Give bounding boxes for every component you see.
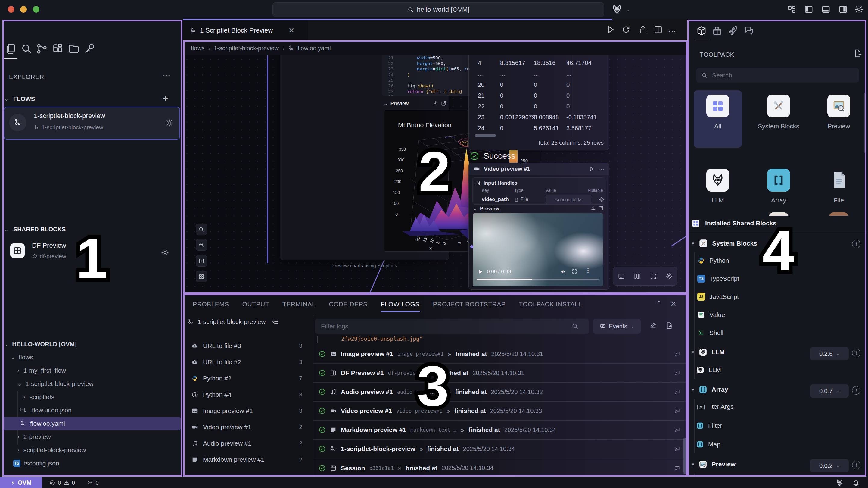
video-preview-node[interactable]: Video preview #1 ⋯ Input Handles Key Typ… <box>468 163 609 290</box>
node-more-icon[interactable]: ⋯ <box>598 165 605 173</box>
folder-icon[interactable] <box>68 43 80 55</box>
ovm-badge[interactable]: OVM <box>0 477 42 488</box>
comment-icon[interactable] <box>674 446 680 452</box>
block-filter[interactable]: Filter <box>696 422 722 430</box>
array-version-dropdown[interactable]: 0.0.7⌄ <box>810 384 849 398</box>
search-icon[interactable] <box>21 43 32 55</box>
handle-value-field[interactable]: <connected> <box>546 195 591 204</box>
tree-item-1-my-first-flow[interactable]: ›1-my_first_flow <box>0 364 183 377</box>
add-flow-button[interactable]: + <box>162 93 168 104</box>
tile-preview[interactable]: Preview <box>815 94 863 131</box>
llm-version-dropdown[interactable]: 0.2.6⌄ <box>810 347 849 360</box>
df-table-node[interactable]: 48.81561718.351646.71704 ............ 20… <box>468 55 609 150</box>
group-llm[interactable]: ▾ LLM <box>692 348 725 357</box>
toolpack-search[interactable] <box>696 68 859 83</box>
log-entry[interactable]: Markdown preview #1markdown_text_… » fin… <box>313 421 687 439</box>
info-icon[interactable]: i <box>852 240 861 248</box>
flows-section-chevron-icon[interactable]: ⌄ <box>4 96 8 102</box>
tree-item-flows[interactable]: ⌄flows <box>0 351 183 364</box>
log-node-video-preview[interactable]: Video preview #12 <box>183 419 313 435</box>
tab-flow-logs[interactable]: FLOW LOGS <box>380 300 420 308</box>
input-handle-dot[interactable] <box>470 245 473 248</box>
flow-branch-icon[interactable] <box>36 43 48 55</box>
blocks-icon[interactable] <box>52 43 64 55</box>
toggle-right-panel-icon[interactable] <box>838 5 847 14</box>
run-flow-icon[interactable] <box>606 25 615 34</box>
toolpack-scrollbar[interactable] <box>864 93 867 153</box>
export-icon[interactable] <box>638 25 648 34</box>
split-editor-icon[interactable] <box>653 25 663 34</box>
video-kebab-icon[interactable]: ⋮ <box>585 266 591 274</box>
block-map[interactable]: Map <box>696 440 720 448</box>
tree-root-row[interactable]: ⌄ HELLO-WORLD [OVM] <box>0 337 183 351</box>
log-node-url2[interactable]: URL to file #23 <box>183 354 313 370</box>
map-icon[interactable] <box>634 272 641 280</box>
fullscreen-icon[interactable] <box>572 269 577 274</box>
comment-icon[interactable] <box>674 408 680 414</box>
block-shell[interactable]: Shell <box>697 329 723 337</box>
log-entry[interactable]: Image preview #1image_preview#1 » finish… <box>313 345 687 364</box>
tab-problems[interactable]: PROBLEMS <box>193 300 229 308</box>
flow-list-item[interactable]: 1-scriptlet-block-preview 1-scriptlet-bl… <box>4 107 180 140</box>
events-dropdown[interactable]: Events ⌄ <box>593 319 641 334</box>
block-javascript[interactable]: JS JavaScript <box>697 293 739 300</box>
log-entry[interactable]: Sessionb361c1a1 » finished at2025/5/20 1… <box>313 458 687 478</box>
tree-item-flow-ui-json[interactable]: .flow.ui.oo.json <box>0 404 183 417</box>
node-preview-header[interactable]: ⌄ Preview <box>384 101 408 106</box>
grid-layout-button[interactable] <box>196 271 207 282</box>
log-node-markdown-preview[interactable]: Markdown preview #12 <box>183 452 313 468</box>
flow-settings-gear-icon[interactable] <box>165 119 174 127</box>
tree-item-2-preview[interactable]: ›2-preview <box>0 430 183 443</box>
info-icon[interactable]: i <box>852 386 861 395</box>
flow-canvas[interactable]: 21width=500, 22height=500, 23margin=dict… <box>183 55 687 312</box>
info-icon[interactable]: i <box>852 349 861 357</box>
panel-collapse-chevron-icon[interactable]: ⌃ <box>656 299 662 308</box>
files-icon[interactable] <box>5 43 17 55</box>
tile-llm[interactable]: LLM <box>694 169 742 205</box>
tree-item-scriptlet-block-preview[interactable]: ›scriptlet-block-preview <box>0 443 183 457</box>
block-llm[interactable]: LLM <box>696 366 721 374</box>
tab-code-deps[interactable]: CODE DEPS <box>329 300 367 308</box>
bell-icon[interactable] <box>852 479 860 487</box>
clear-logs-icon[interactable] <box>649 322 657 329</box>
comment-icon[interactable] <box>674 427 680 433</box>
download-icon[interactable] <box>432 100 438 106</box>
log-node-python4[interactable]: Python #43 <box>183 386 313 403</box>
log-node-python2[interactable]: Python #27 <box>183 370 313 386</box>
video-player[interactable]: 0:00 / 0:33 ⋮ <box>473 213 603 286</box>
comment-icon[interactable] <box>674 465 680 471</box>
video-progress-track[interactable] <box>476 279 599 280</box>
mascot-icon[interactable] <box>611 4 623 15</box>
canvas-settings-gear-icon[interactable] <box>666 272 673 280</box>
tree-item-tsconfig[interactable]: TS tsconfig.json <box>0 457 183 470</box>
video-preview-header[interactable]: ⌄ Preview <box>473 206 499 212</box>
editor-more-icon[interactable]: ⋯ <box>669 27 677 36</box>
tab-project-bootstrap[interactable]: PROJECT BOOTSTRAP <box>433 300 505 308</box>
tab-scriptlet-block-preview[interactable]: 1 Scriptlet Block Preview ✕ <box>183 20 308 41</box>
shared-section-chevron-icon[interactable]: ⌄ <box>4 227 8 233</box>
layout-icon[interactable] <box>787 5 796 14</box>
video-node-header[interactable]: Video preview #1 ⋯ <box>469 163 609 175</box>
close-window-button[interactable] <box>8 6 14 13</box>
shared-settings-gear-icon[interactable] <box>161 248 169 257</box>
video-play-icon[interactable] <box>478 269 483 275</box>
new-toolpack-icon[interactable] <box>853 49 862 58</box>
log-scrollbar[interactable] <box>683 438 686 474</box>
info-icon[interactable]: i <box>852 461 861 469</box>
block-value[interactable]: Value <box>697 311 725 319</box>
log-entry[interactable]: 1-scriptlet-block-preview » finished at2… <box>313 439 687 458</box>
comment-icon[interactable] <box>674 370 680 376</box>
problems-status[interactable]: 0 0 <box>50 480 75 486</box>
tile-all[interactable]: All <box>694 94 742 131</box>
volume-icon[interactable] <box>560 269 566 275</box>
open-external-icon[interactable] <box>598 205 604 211</box>
tree-item-scriptlets[interactable]: ›scriptlets <box>0 391 183 404</box>
settings-gear-icon[interactable] <box>855 5 864 14</box>
block-typescript[interactable]: TS TypeScript <box>697 275 739 283</box>
toolpack-cube-icon[interactable] <box>696 25 707 36</box>
open-external-icon[interactable] <box>441 100 447 106</box>
comment-icon[interactable] <box>674 351 680 357</box>
tile-file[interactable]: File <box>815 169 863 205</box>
scriptlet-node[interactable]: 21width=500, 22height=500, 23margin=dict… <box>280 55 449 260</box>
preview-version-dropdown[interactable]: 0.0.2⌄ <box>810 459 849 472</box>
